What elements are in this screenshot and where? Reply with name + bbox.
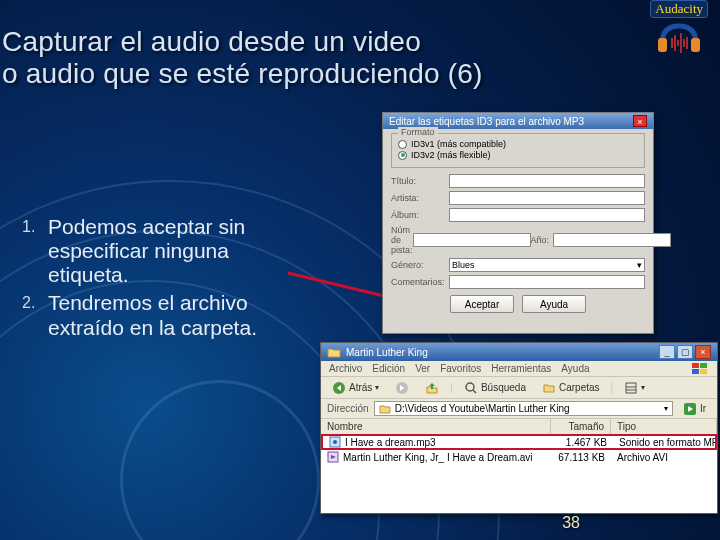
close-icon[interactable]: × [633,115,647,127]
list-item: 1. Podemos aceptar sin especificar ningu… [22,215,287,287]
address-input[interactable]: D:\Videos d Youtube\Martin Luther King ▾ [374,401,673,416]
radio-icon [398,151,407,160]
list-number: 2. [22,291,48,339]
genre-field-label: Género: [391,260,449,270]
format-label: Formato [398,127,438,137]
explorer-title-text: Martin Luther King [346,347,428,358]
album-field-label: Álbum: [391,210,449,220]
year-field-label: Año: [531,235,554,245]
svg-rect-11 [692,369,699,374]
maximize-icon[interactable]: ▢ [677,345,693,359]
svg-rect-1 [691,38,700,52]
up-button[interactable] [420,380,444,396]
dialog-title-text: Editar las etiquetas ID3 para el archivo… [389,116,584,127]
svg-rect-10 [700,363,707,368]
svg-rect-0 [658,38,667,52]
chevron-down-icon: ▾ [664,404,668,413]
radio-id3v2[interactable]: ID3v2 (más flexible) [398,150,638,160]
comments-input[interactable] [449,275,645,289]
album-input[interactable] [449,208,645,222]
svg-point-15 [466,383,474,391]
search-button[interactable]: Búsqueda [459,380,531,396]
file-row[interactable]: I Have a dream.mp3 1.467 KB Sonido en fo… [321,434,717,450]
address-label: Dirección [327,403,369,414]
audio-file-icon [329,436,341,448]
search-icon [464,381,478,395]
explorer-window: Martin Luther King _ ▢ × Archivo Edición… [320,342,718,514]
menu-item[interactable]: Favoritos [440,363,481,374]
svg-rect-12 [700,369,707,374]
col-type[interactable]: Tipo [611,419,717,434]
go-button[interactable]: Ir [678,401,711,417]
back-icon [332,381,346,395]
title-input[interactable] [449,174,645,188]
col-size[interactable]: Tamaño [551,419,611,434]
radio-icon [398,140,407,149]
forward-icon [395,381,409,395]
menu-item[interactable]: Edición [372,363,405,374]
chevron-down-icon: ▾ [637,260,642,270]
folders-button[interactable]: Carpetas [537,380,605,396]
audacity-logo-text: Audacity [650,0,708,18]
instruction-list: 1. Podemos aceptar sin especificar ningu… [22,215,287,344]
chevron-down-icon: ▾ [641,383,645,392]
list-number: 1. [22,215,48,287]
year-input[interactable] [553,233,671,247]
list-item: 2. Tendremos el archivo extraído en la c… [22,291,287,339]
minimize-icon[interactable]: _ [659,345,675,359]
svg-line-16 [473,390,476,393]
help-button[interactable]: Ayuda [522,295,586,313]
folder-icon [327,346,341,358]
svg-rect-9 [692,363,699,368]
menu-item[interactable]: Herramientas [491,363,551,374]
audacity-logo: Audacity [650,0,708,54]
close-icon[interactable]: × [695,345,711,359]
genre-select[interactable]: Blues ▾ [449,258,645,272]
format-groupbox: Formato ID3v1 (más compatible) ID3v2 (má… [391,133,645,168]
slide-title: Capturar el audio desde un video o audio… [2,26,483,90]
page-number: 38 [562,514,580,532]
menu-item[interactable]: Ayuda [561,363,589,374]
title-field-label: Título: [391,176,449,186]
menu-item[interactable]: Archivo [329,363,362,374]
explorer-toolbar: Atrás ▾ | Búsqueda Carpetas | ▾ [321,377,717,399]
up-folder-icon [425,381,439,395]
windows-flag-icon [691,362,709,376]
views-icon [624,381,638,395]
artist-input[interactable] [449,191,645,205]
list-text: Tendremos el archivo extraído en la carp… [48,291,287,339]
go-icon [683,402,697,416]
folders-icon [542,381,556,395]
forward-button [390,380,414,396]
radio-id3v1[interactable]: ID3v1 (más compatible) [398,139,638,149]
views-button[interactable]: ▾ [619,380,650,396]
video-file-icon [327,451,339,463]
ok-button[interactable]: Aceptar [450,295,514,313]
id3-dialog: Editar las etiquetas ID3 para el archivo… [382,112,654,334]
menu-item[interactable]: Ver [415,363,430,374]
file-list: I Have a dream.mp3 1.467 KB Sonido en fo… [321,434,717,465]
bg-arc [120,380,320,540]
svg-rect-17 [626,383,636,393]
explorer-menubar: Archivo Edición Ver Favoritos Herramient… [321,361,717,377]
col-name[interactable]: Nombre [321,419,551,434]
artist-field-label: Artista: [391,193,449,203]
column-headers: Nombre Tamaño Tipo [321,419,717,435]
chevron-down-icon: ▾ [375,383,379,392]
explorer-titlebar[interactable]: Martin Luther King _ ▢ × [321,343,717,361]
folder-icon [379,404,391,414]
svg-point-22 [333,440,337,444]
address-bar: Dirección D:\Videos d Youtube\Martin Lut… [321,399,717,419]
back-button[interactable]: Atrás ▾ [327,380,384,396]
comments-field-label: Comentarios: [391,277,449,287]
track-input[interactable] [413,233,531,247]
track-field-label: Núm de pista: [391,225,413,255]
file-row[interactable]: Martin Luther King, Jr_ I Have a Dream.a… [321,449,717,465]
headphones-icon [652,18,706,54]
list-text: Podemos aceptar sin especificar ninguna … [48,215,287,287]
